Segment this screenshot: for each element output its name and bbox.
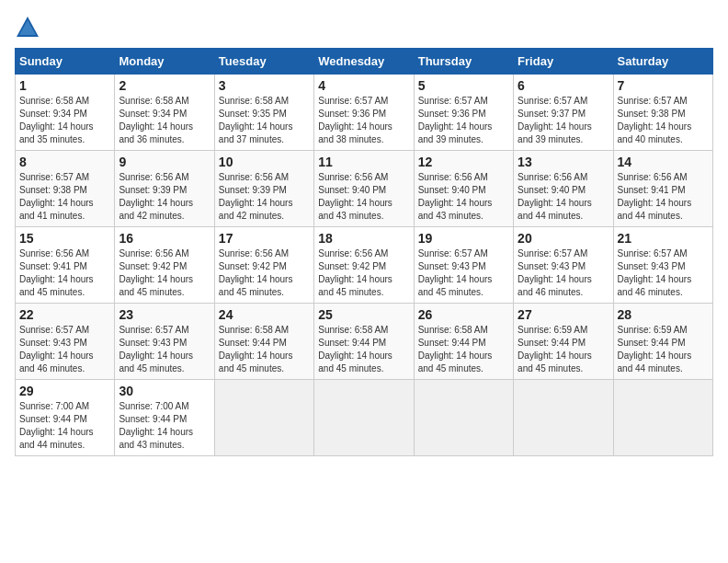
logo-icon <box>15 15 40 40</box>
day-info: Sunrise: 6:58 AMSunset: 9:34 PMDaylight:… <box>119 95 210 146</box>
day-number: 11 <box>318 155 409 169</box>
table-row: 13Sunrise: 6:56 AMSunset: 9:40 PMDayligh… <box>514 151 613 227</box>
table-row: 5Sunrise: 6:57 AMSunset: 9:36 PMDaylight… <box>414 75 513 151</box>
day-number: 5 <box>418 78 509 93</box>
day-info: Sunrise: 6:58 AMSunset: 9:44 PMDaylight:… <box>219 324 310 375</box>
day-info: Sunrise: 6:58 AMSunset: 9:44 PMDaylight:… <box>318 324 409 375</box>
table-row: 14Sunrise: 6:56 AMSunset: 9:41 PMDayligh… <box>613 151 712 227</box>
day-number: 15 <box>19 231 110 246</box>
table-row: 16Sunrise: 6:56 AMSunset: 9:42 PMDayligh… <box>115 227 214 304</box>
day-number: 18 <box>318 231 409 246</box>
day-number: 26 <box>418 307 509 322</box>
day-number: 22 <box>19 307 110 322</box>
day-info: Sunrise: 6:58 AMSunset: 9:35 PMDaylight:… <box>219 95 310 146</box>
table-row <box>214 380 313 456</box>
day-number: 29 <box>19 384 110 398</box>
day-info: Sunrise: 6:56 AMSunset: 9:42 PMDaylight:… <box>119 247 210 299</box>
day-info: Sunrise: 6:57 AMSunset: 9:43 PMDaylight:… <box>19 324 110 375</box>
day-info: Sunrise: 6:57 AMSunset: 9:38 PMDaylight:… <box>19 171 110 223</box>
day-number: 23 <box>119 307 210 322</box>
day-info: Sunrise: 6:56 AMSunset: 9:41 PMDaylight:… <box>19 247 110 299</box>
table-row: 30Sunrise: 7:00 AMSunset: 9:44 PMDayligh… <box>115 380 214 456</box>
day-number: 2 <box>119 78 210 93</box>
day-info: Sunrise: 6:59 AMSunset: 9:44 PMDaylight:… <box>518 324 609 375</box>
day-info: Sunrise: 6:57 AMSunset: 9:43 PMDaylight:… <box>119 324 210 375</box>
table-row: 12Sunrise: 6:56 AMSunset: 9:40 PMDayligh… <box>414 151 513 227</box>
table-row: 23Sunrise: 6:57 AMSunset: 9:43 PMDayligh… <box>115 304 214 380</box>
day-number: 30 <box>119 384 210 398</box>
table-row <box>613 380 712 456</box>
day-number: 17 <box>219 231 310 246</box>
table-row: 28Sunrise: 6:59 AMSunset: 9:44 PMDayligh… <box>613 304 712 380</box>
day-info: Sunrise: 6:57 AMSunset: 9:38 PMDaylight:… <box>618 95 709 146</box>
day-header-tuesday: Tuesday <box>214 49 313 75</box>
table-row: 26Sunrise: 6:58 AMSunset: 9:44 PMDayligh… <box>414 304 513 380</box>
day-info: Sunrise: 7:00 AMSunset: 9:44 PMDaylight:… <box>119 400 210 452</box>
calendar-table: SundayMondayTuesdayWednesdayThursdayFrid… <box>15 48 713 456</box>
day-number: 6 <box>518 78 609 93</box>
table-row: 17Sunrise: 6:56 AMSunset: 9:42 PMDayligh… <box>214 227 313 304</box>
day-number: 9 <box>119 155 210 169</box>
day-info: Sunrise: 6:56 AMSunset: 9:40 PMDaylight:… <box>418 171 509 223</box>
day-number: 1 <box>19 78 110 93</box>
table-row: 6Sunrise: 6:57 AMSunset: 9:37 PMDaylight… <box>514 75 613 151</box>
day-info: Sunrise: 6:57 AMSunset: 9:43 PMDaylight:… <box>518 247 609 299</box>
table-row: 15Sunrise: 6:56 AMSunset: 9:41 PMDayligh… <box>16 227 115 304</box>
table-row: 18Sunrise: 6:56 AMSunset: 9:42 PMDayligh… <box>314 227 414 304</box>
day-header-wednesday: Wednesday <box>314 49 414 75</box>
table-row: 9Sunrise: 6:56 AMSunset: 9:39 PMDaylight… <box>115 151 214 227</box>
table-row: 11Sunrise: 6:56 AMSunset: 9:40 PMDayligh… <box>314 151 414 227</box>
day-info: Sunrise: 6:56 AMSunset: 9:42 PMDaylight:… <box>219 247 310 299</box>
day-number: 14 <box>618 155 709 169</box>
day-number: 21 <box>618 231 709 246</box>
day-header-sunday: Sunday <box>16 49 115 75</box>
table-row: 4Sunrise: 6:57 AMSunset: 9:36 PMDaylight… <box>314 75 414 151</box>
table-row: 22Sunrise: 6:57 AMSunset: 9:43 PMDayligh… <box>16 304 115 380</box>
day-info: Sunrise: 6:58 AMSunset: 9:44 PMDaylight:… <box>418 324 509 375</box>
day-number: 20 <box>518 231 609 246</box>
day-info: Sunrise: 6:56 AMSunset: 9:39 PMDaylight:… <box>219 171 310 223</box>
day-info: Sunrise: 6:57 AMSunset: 9:37 PMDaylight:… <box>518 95 609 146</box>
day-info: Sunrise: 7:00 AMSunset: 9:44 PMDaylight:… <box>19 400 110 452</box>
table-row: 24Sunrise: 6:58 AMSunset: 9:44 PMDayligh… <box>214 304 313 380</box>
table-row: 2Sunrise: 6:58 AMSunset: 9:34 PMDaylight… <box>115 75 214 151</box>
table-row: 10Sunrise: 6:56 AMSunset: 9:39 PMDayligh… <box>214 151 313 227</box>
day-number: 4 <box>318 78 409 93</box>
table-row: 3Sunrise: 6:58 AMSunset: 9:35 PMDaylight… <box>214 75 313 151</box>
day-info: Sunrise: 6:57 AMSunset: 9:36 PMDaylight:… <box>318 95 409 146</box>
table-row <box>414 380 513 456</box>
day-header-monday: Monday <box>115 49 214 75</box>
day-info: Sunrise: 6:57 AMSunset: 9:43 PMDaylight:… <box>618 247 709 299</box>
table-row <box>314 380 414 456</box>
day-number: 13 <box>518 155 609 169</box>
day-header-saturday: Saturday <box>613 49 712 75</box>
day-header-thursday: Thursday <box>414 49 513 75</box>
table-row: 7Sunrise: 6:57 AMSunset: 9:38 PMDaylight… <box>613 75 712 151</box>
day-info: Sunrise: 6:59 AMSunset: 9:44 PMDaylight:… <box>618 324 709 375</box>
day-info: Sunrise: 6:56 AMSunset: 9:39 PMDaylight:… <box>119 171 210 223</box>
table-row <box>514 380 613 456</box>
table-row: 19Sunrise: 6:57 AMSunset: 9:43 PMDayligh… <box>414 227 513 304</box>
table-row: 20Sunrise: 6:57 AMSunset: 9:43 PMDayligh… <box>514 227 613 304</box>
day-number: 28 <box>618 307 709 322</box>
day-info: Sunrise: 6:56 AMSunset: 9:41 PMDaylight:… <box>618 171 709 223</box>
day-number: 16 <box>119 231 210 246</box>
day-info: Sunrise: 6:57 AMSunset: 9:36 PMDaylight:… <box>418 95 509 146</box>
table-row: 27Sunrise: 6:59 AMSunset: 9:44 PMDayligh… <box>514 304 613 380</box>
table-row: 29Sunrise: 7:00 AMSunset: 9:44 PMDayligh… <box>16 380 115 456</box>
day-info: Sunrise: 6:56 AMSunset: 9:42 PMDaylight:… <box>318 247 409 299</box>
table-row: 1Sunrise: 6:58 AMSunset: 9:34 PMDaylight… <box>16 75 115 151</box>
day-number: 8 <box>19 155 110 169</box>
day-header-friday: Friday <box>514 49 613 75</box>
day-info: Sunrise: 6:58 AMSunset: 9:34 PMDaylight:… <box>19 95 110 146</box>
day-number: 27 <box>518 307 609 322</box>
day-number: 25 <box>318 307 409 322</box>
day-number: 12 <box>418 155 509 169</box>
day-number: 10 <box>219 155 310 169</box>
day-number: 19 <box>418 231 509 246</box>
table-row: 8Sunrise: 6:57 AMSunset: 9:38 PMDaylight… <box>16 151 115 227</box>
day-number: 7 <box>618 78 709 93</box>
day-info: Sunrise: 6:57 AMSunset: 9:43 PMDaylight:… <box>418 247 509 299</box>
day-number: 24 <box>219 307 310 322</box>
day-info: Sunrise: 6:56 AMSunset: 9:40 PMDaylight:… <box>518 171 609 223</box>
